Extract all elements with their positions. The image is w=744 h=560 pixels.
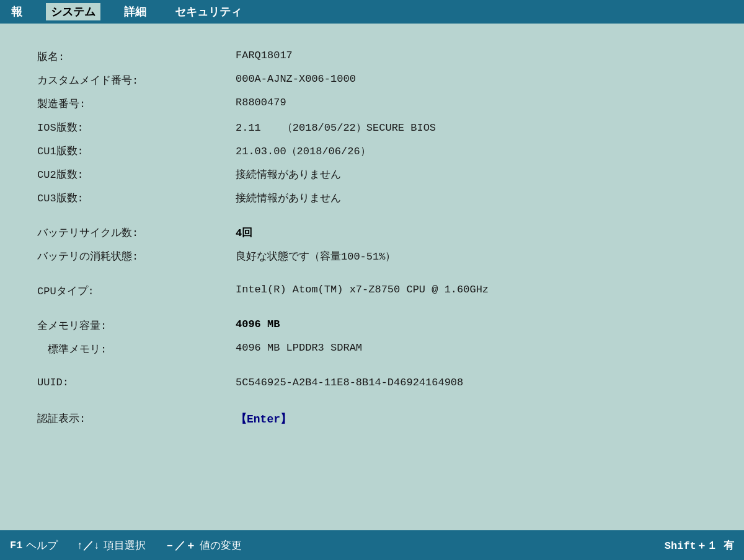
label-custommade: カスタムメイド番号: [37, 73, 236, 87]
label-total-memory: 全メモリ容量: [37, 318, 236, 333]
value-cpu: Intel(R) Atom(TM) x7-Z8750 CPU @ 1.60GHz [236, 284, 707, 295]
value-auth[interactable]: 【Enter】 [236, 411, 707, 426]
field-bios: IOS版数: 2.11 （2018/05/22）SECURE BIOS [37, 120, 707, 138]
label-battery-cycle: バッテリサイクル数: [37, 225, 236, 240]
field-custommade: カスタムメイド番号: 000A-AJNZ-X006-1000 [37, 73, 707, 90]
value-total-memory: 4096 MB [236, 318, 707, 330]
spacer-5 [37, 400, 707, 411]
value-cu2: 接続情報がありません [236, 167, 707, 182]
label-cu3: CU3版数: [37, 191, 236, 205]
value-standard-memory: 4096 MB LPDDR3 SDRAM [236, 342, 707, 354]
field-modelname: 版名: FARQ18017 [37, 50, 707, 67]
field-uuid: UUID: 5C546925-A2B4-11E8-8B14-D469241649… [37, 377, 707, 394]
status-shift: Shift＋１ 有 [665, 538, 734, 553]
value-battery-cycle: 4回 [236, 225, 707, 240]
menu-bar[interactable]: 報 システム 詳細 セキュリティ [0, 0, 744, 24]
value-bios: 2.11 （2018/05/22）SECURE BIOS [236, 120, 707, 134]
label-cpu: CPUタイプ: [37, 284, 236, 298]
status-f1: F1 ヘルプ [10, 538, 58, 553]
status-desc-nav: 項目選択 [104, 538, 146, 553]
label-auth: 認証表示: [37, 411, 236, 426]
menu-item-system[interactable]: システム [46, 3, 100, 20]
value-serial: R8800479 [236, 97, 707, 108]
content-area: 版名: FARQ18017 カスタムメイド番号: 000A-AJNZ-X006-… [0, 24, 744, 530]
status-key-f1: F1 [10, 540, 22, 551]
label-bios: IOS版数: [37, 120, 236, 134]
field-battery-state: バッテリの消耗状態: 良好な状態です（容量100-51%） [37, 249, 707, 266]
menu-item-security[interactable]: セキュリティ [170, 3, 247, 20]
status-nav: ↑／↓ 項目選択 [76, 538, 145, 553]
label-standard-memory: 標準メモリ: [37, 342, 236, 356]
status-key-change: －／＋ [164, 538, 196, 553]
value-modelname: FARQ18017 [236, 50, 707, 61]
status-bar: F1 ヘルプ ↑／↓ 項目選択 －／＋ 値の変更 Shift＋１ 有 [0, 530, 744, 560]
bios-screen: 報 システム 詳細 セキュリティ 版名: FARQ18017 カスタムメイド番号… [0, 0, 744, 560]
label-cu2: CU2版数: [37, 167, 236, 182]
status-key-nav: ↑／↓ [76, 538, 99, 553]
value-uuid: 5C546925-A2B4-11E8-8B14-D46924164908 [236, 377, 707, 388]
field-serial: 製造番号: R8800479 [37, 97, 707, 114]
status-desc-f1: ヘルプ [26, 538, 58, 553]
value-cu3: 接続情報がありません [236, 191, 707, 205]
label-serial: 製造番号: [37, 97, 236, 111]
menu-item-report[interactable]: 報 [6, 3, 27, 20]
field-cu3: CU3版数: 接続情報がありません [37, 191, 707, 208]
label-uuid: UUID: [37, 377, 236, 388]
status-key-shift: Shift＋１ 有 [665, 540, 734, 552]
spacer-3 [37, 307, 707, 318]
field-standard-memory: 標準メモリ: 4096 MB LPDDR3 SDRAM [37, 342, 707, 359]
label-modelname: 版名: [37, 50, 236, 64]
status-desc-change: 値の変更 [200, 538, 242, 553]
spacer-4 [37, 365, 707, 377]
spacer-2 [37, 273, 707, 284]
value-battery-state: 良好な状態です（容量100-51%） [236, 249, 707, 263]
label-battery-state: バッテリの消耗状態: [37, 249, 236, 263]
field-cpu: CPUタイプ: Intel(R) Atom(TM) x7-Z8750 CPU @… [37, 284, 707, 301]
menu-item-detail[interactable]: 詳細 [119, 3, 151, 20]
status-change: －／＋ 値の変更 [164, 538, 242, 553]
field-total-memory: 全メモリ容量: 4096 MB [37, 318, 707, 336]
label-cu1: CU1版数: [37, 144, 236, 158]
spacer-1 [37, 214, 707, 225]
field-battery-cycle: バッテリサイクル数: 4回 [37, 225, 707, 243]
field-auth: 認証表示: 【Enter】 [37, 411, 707, 429]
field-cu1: CU1版数: 21.03.00（2018/06/26） [37, 144, 707, 161]
value-custommade: 000A-AJNZ-X006-1000 [236, 73, 707, 85]
field-cu2: CU2版数: 接続情報がありません [37, 167, 707, 185]
value-cu1: 21.03.00（2018/06/26） [236, 144, 707, 158]
